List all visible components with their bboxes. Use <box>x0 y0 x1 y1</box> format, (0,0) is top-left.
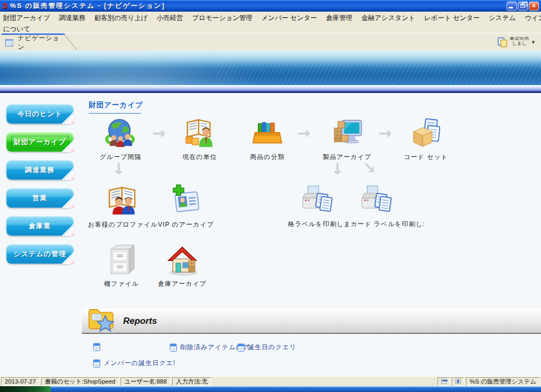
status-app-name: %S の販売管理システム <box>466 377 540 386</box>
arrow-right-icon: → <box>152 124 165 142</box>
layout-vertical-button[interactable] <box>452 377 464 386</box>
app-logo-icon: S <box>2 1 7 11</box>
menu-item-foundation-archive[interactable]: 財団アーカイブ <box>3 14 50 23</box>
recent-used-button[interactable]: 最近使用 しまし ▼ <box>497 35 536 50</box>
status-date: 2013-07-27 <box>1 377 40 386</box>
launcher-vip-archive[interactable]: VIP のアーカイブ <box>154 184 218 229</box>
report-link[interactable] <box>92 343 104 351</box>
report-link-member-birthday-query[interactable]: メンバーの誕生日クエ! <box>92 359 175 368</box>
layout-horizontal-button[interactable] <box>437 377 450 386</box>
status-bar: 2013-07-27 書籍のセット:ShopSpeed ユーザー名:888 入力… <box>0 376 541 386</box>
book-people-icon <box>106 184 140 218</box>
layout-horizontal-icon <box>441 379 446 384</box>
restore-icon <box>520 4 525 8</box>
cabinet-icon <box>105 243 138 277</box>
sidebar-item-todays-tips[interactable]: 今日のヒント <box>6 104 73 124</box>
menu-item-report-center[interactable]: レポート センター <box>424 14 480 23</box>
launcher-product-category[interactable]: 商品の分類 <box>235 117 300 162</box>
launcher-shelf-file[interactable]: 棚ファイル <box>90 243 153 288</box>
window-title: %S の販売管理システム - [ナビゲーション] <box>10 2 165 11</box>
taskbar-strip <box>0 386 541 392</box>
print-price-label[interactable]: 格ラベルを印刷しま <box>288 220 351 228</box>
close-icon: × <box>532 2 536 10</box>
form-icon <box>5 39 13 46</box>
note-icon <box>92 343 101 351</box>
launcher-customer-profile[interactable]: お客様のプロファイル <box>82 184 164 229</box>
menu-item-procurement[interactable]: 調達業務 <box>59 14 86 23</box>
status-user: ユーザー名:888 <box>120 377 170 386</box>
menu-item-promotion[interactable]: プロモーション管理 <box>192 14 253 23</box>
layout-vertical-icon <box>455 379 461 384</box>
launcher-print-price-labels[interactable] <box>300 184 335 218</box>
decorative-banner <box>0 50 541 85</box>
print-card-label[interactable]: カード ラベルを印刷し: <box>351 220 425 228</box>
note-icon <box>169 343 178 352</box>
launcher-warehouse-archive[interactable]: 倉庫アーカイブ <box>151 243 214 288</box>
reports-header-bar: Reports <box>82 309 541 334</box>
minimize-icon <box>509 7 513 8</box>
menu-bar: 財団アーカイブ 調達業務 顧客別の売り上げ 小売経営 プロモーション管理 メンバ… <box>0 12 541 33</box>
launcher-product-archive[interactable]: 製品アーカイブ <box>313 117 381 162</box>
start-button-fragment <box>0 386 51 392</box>
folder-star-icon <box>86 304 117 335</box>
menu-item-window[interactable]: ウインドウ <box>525 14 541 23</box>
arrow-right-icon: → <box>297 124 310 142</box>
main-area: 今日のヒント 財団アーカイブ 調達業務 営業 倉庫業 システムの管理 財団アーカ… <box>0 93 541 376</box>
minimize-button[interactable] <box>507 2 517 11</box>
note-icon <box>237 343 245 352</box>
sidebar-item-warehousing[interactable]: 倉庫業 <box>6 216 73 236</box>
launcher-print-card-labels[interactable] <box>359 184 394 218</box>
arrow-right-icon: → <box>378 124 391 142</box>
sidebar-item-foundation-archive[interactable]: 財団アーカイブ <box>6 132 73 152</box>
arrow-down-icon: ↓ <box>112 160 125 178</box>
launcher-group-interval[interactable]: グループ間隔 <box>83 117 157 162</box>
copy-pages-icon <box>497 37 508 48</box>
sidebar-item-system-management[interactable]: システムの管理 <box>6 244 73 264</box>
banner-divider <box>0 85 541 93</box>
title-bar: S %S の販売管理システム - [ナビゲーション] × <box>0 0 541 12</box>
menu-item-warehouse[interactable]: 倉庫管理 <box>326 14 352 23</box>
recent-used-label: 最近使用 しまし <box>510 37 529 48</box>
close-button[interactable]: × <box>529 2 539 11</box>
globe-users-icon <box>104 117 137 150</box>
house-boxes-icon <box>165 243 199 277</box>
launcher-code-set[interactable]: コード セット <box>393 117 459 162</box>
tab-label: ナビゲーション <box>17 34 65 52</box>
tab-bar: ナビゲーション 最近使用 しまし ▼ <box>0 33 541 50</box>
tab-navigation[interactable]: ナビゲーション <box>1 35 65 50</box>
menu-item-finance-assistant[interactable]: 金融アシスタント <box>361 14 415 23</box>
arrow-down-icon: ↓ <box>331 160 344 178</box>
status-book-set: 書籍のセット:ShopSpeed <box>41 377 119 386</box>
box-books-icon <box>251 117 284 150</box>
idcard-plus-icon <box>169 184 203 218</box>
book-person-icon <box>183 117 216 150</box>
tab-edge <box>64 35 78 51</box>
menu-item-retail[interactable]: 小売経営 <box>157 14 183 23</box>
arrow-down-right-icon: ↘ <box>362 158 376 177</box>
report-link-birthday-query[interactable]: 誕生日のクエリ <box>237 343 296 352</box>
sidebar-item-sales[interactable]: 営業 <box>6 188 73 208</box>
printer-icon <box>360 184 394 218</box>
status-input-method: 入力方法:无 <box>172 377 212 386</box>
note-icon <box>92 359 101 368</box>
menu-item-customer-sales[interactable]: 顧客別の売り上げ <box>95 14 148 23</box>
menu-item-system[interactable]: システム <box>489 14 516 23</box>
app-window: S %S の販売管理システム - [ナビゲーション] × 財団アーカイブ 調達業… <box>0 0 541 392</box>
reports-title: Reports <box>123 316 157 326</box>
sidebar-item-procurement[interactable]: 調達業務 <box>6 160 73 180</box>
section-title: 財団アーカイブ <box>89 100 143 114</box>
monitor-boxes-icon <box>331 117 363 150</box>
chevron-down-icon: ▼ <box>531 40 536 45</box>
menu-item-member-center[interactable]: メンバー センター <box>262 14 317 23</box>
printer-labels: 格ラベルを印刷しまカード ラベルを印刷し: <box>288 220 425 229</box>
menu-item-about[interactable]: について <box>3 25 30 33</box>
launcher-current-unit[interactable]: 現在の単位 <box>167 117 232 162</box>
restore-button[interactable] <box>518 2 528 11</box>
printer-icon <box>301 184 334 218</box>
box-docs-icon <box>409 117 442 150</box>
